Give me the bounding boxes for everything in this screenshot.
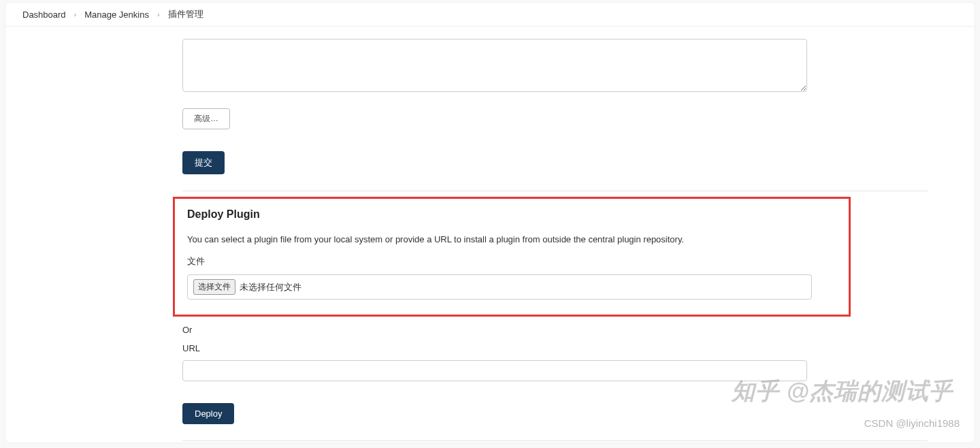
- file-label: 文件: [187, 255, 836, 268]
- breadcrumb-plugin-manager[interactable]: 插件管理: [168, 8, 203, 20]
- or-label: Or: [182, 325, 822, 335]
- chevron-right-icon: ›: [157, 10, 160, 18]
- deploy-url-label: URL: [182, 343, 822, 353]
- chevron-right-icon: ›: [74, 10, 77, 18]
- breadcrumb-manage-jenkins[interactable]: Manage Jenkins: [84, 10, 149, 20]
- breadcrumb: Dashboard › Manage Jenkins › 插件管理: [5, 3, 975, 27]
- section-divider: [182, 191, 928, 191]
- deploy-plugin-highlight: Deploy Plugin You can select a plugin fi…: [173, 197, 851, 317]
- proxy-textarea[interactable]: [182, 39, 807, 92]
- deploy-url-input[interactable]: [182, 360, 807, 381]
- deploy-button[interactable]: Deploy: [182, 403, 234, 424]
- file-status-text: 未选择任何文件: [240, 281, 301, 293]
- file-input-wrapper[interactable]: 选择文件 未选择任何文件: [187, 274, 812, 300]
- deploy-plugin-title: Deploy Plugin: [187, 208, 836, 221]
- submit-button[interactable]: 提交: [182, 151, 225, 174]
- breadcrumb-dashboard[interactable]: Dashboard: [22, 10, 66, 20]
- deploy-plugin-description: You can select a plugin file from your l…: [187, 234, 836, 244]
- deploy-plugin-continued: Or URL Deploy: [182, 325, 822, 424]
- choose-file-button[interactable]: 选择文件: [193, 279, 235, 295]
- section-divider: [182, 441, 928, 441]
- advanced-button[interactable]: 高级…: [182, 108, 230, 129]
- proxy-section: 高级… 提交: [182, 39, 822, 174]
